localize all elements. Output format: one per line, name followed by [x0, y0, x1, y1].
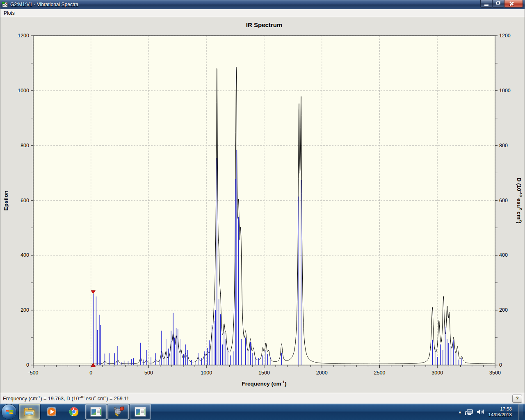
- y-tick-label-left: 1200: [18, 33, 29, 39]
- gaussview-icon: [112, 406, 124, 418]
- window-icon: [2, 2, 8, 8]
- chart-title: IR Spectrum: [246, 21, 282, 28]
- status-bar: Frequency (cm-1) = 19.763, D (10-40 esu2…: [0, 393, 525, 404]
- x-tick-label: 3500: [489, 370, 501, 376]
- volume-icon[interactable]: [477, 409, 484, 415]
- taskbar-item-windows-explorer[interactable]: [19, 404, 40, 420]
- taskbar-item-windows-media-player[interactable]: [41, 404, 62, 420]
- y-axis-label-right: D (10-40 esu2 cm2): [516, 178, 523, 224]
- clock-date: 14/03/2013: [488, 412, 512, 418]
- x-tick-label: 2000: [316, 370, 328, 376]
- windows-explorer-icon: [23, 406, 36, 417]
- y-tick-label-left: 800: [21, 143, 29, 148]
- menu-item-plots[interactable]: Plots: [0, 9, 18, 17]
- x-tick-label: 0: [89, 370, 92, 376]
- y-tick-label-left: 1000: [18, 88, 29, 94]
- hidden-icons-button[interactable]: ▲: [459, 410, 461, 414]
- y-tick-label-left: 600: [21, 198, 29, 203]
- windows-media-player-icon: [46, 406, 57, 418]
- y-tick-label-right: 600: [499, 198, 508, 203]
- close-button[interactable]: [504, 0, 523, 8]
- y-axis-label-left: Epsilon: [3, 191, 9, 211]
- taskbar-item-app-window-1[interactable]: [85, 404, 107, 420]
- x-tick-label: 3000: [431, 370, 443, 376]
- help-button[interactable]: ?: [512, 395, 522, 403]
- y-tick-label-left: 400: [21, 252, 29, 258]
- start-button[interactable]: [1, 404, 17, 420]
- y-tick-label-right: 0: [499, 362, 502, 368]
- app-window-icon: [135, 407, 146, 417]
- status-readout: Frequency (cm-1) = 19.763, D (10-40 esu2…: [3, 395, 129, 402]
- y-tick-label-left: 0: [26, 362, 29, 368]
- app-window: G2:M1:V1 - Vibrational Spectra Plots -50…: [0, 0, 525, 404]
- x-tick-label: -500: [28, 370, 38, 376]
- show-desktop-button[interactable]: [518, 404, 523, 420]
- chart-region: -500050010001500200025003000350000200200…: [0, 17, 525, 393]
- restore-icon: [496, 2, 500, 5]
- network-icon[interactable]: [465, 409, 473, 415]
- taskbar: ▲ 17:58 14/03/2013: [0, 404, 525, 420]
- y-tick-label-right: 1200: [499, 33, 511, 39]
- menu-bar: Plots: [0, 9, 525, 17]
- taskbar-item-app-window-2[interactable]: [130, 404, 151, 420]
- app-window-icon: [90, 407, 102, 417]
- y-tick-label-right: 200: [499, 307, 508, 313]
- x-axis-label: Frequency (cm-1): [242, 379, 287, 387]
- minimize-icon: [484, 5, 488, 6]
- taskbar-item-google-chrome[interactable]: [63, 404, 84, 420]
- clock-time: 17:58: [488, 406, 512, 412]
- google-chrome-icon: [68, 406, 80, 418]
- x-tick-label: 500: [144, 370, 153, 376]
- y-tick-label-left: 200: [21, 307, 29, 313]
- x-tick-label: 2500: [374, 370, 386, 376]
- taskbar-item-gaussview[interactable]: [107, 404, 129, 420]
- y-tick-label-right: 400: [499, 252, 508, 258]
- title-bar[interactable]: G2:M1:V1 - Vibrational Spectra: [0, 0, 525, 9]
- taskbar-clock[interactable]: 17:58 14/03/2013: [488, 406, 512, 418]
- window-title: G2:M1:V1 - Vibrational Spectra: [10, 2, 78, 7]
- x-tick-label: 1500: [258, 370, 270, 376]
- restore-button[interactable]: [492, 0, 504, 8]
- x-tick-label: 1000: [201, 370, 212, 376]
- ir-spectrum-chart[interactable]: -500050010001500200025003000350000200200…: [2, 17, 524, 392]
- system-tray: ▲ 17:58 14/03/2013: [459, 404, 525, 420]
- y-tick-label-right: 1000: [499, 88, 511, 94]
- windows-logo-icon: [5, 409, 13, 415]
- y-tick-label-right: 800: [499, 143, 508, 148]
- minimize-button[interactable]: [480, 0, 492, 8]
